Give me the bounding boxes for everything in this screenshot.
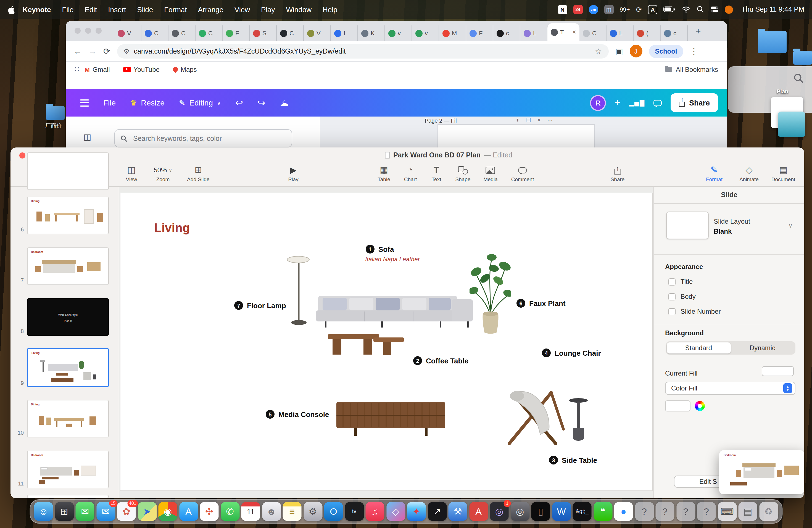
site-info-icon[interactable]: ⚙ [124,47,130,55]
page-tool-icon[interactable]: × [537,117,541,123]
floating-slide-preview[interactable]: Bedroom [719,450,804,494]
menubar-item[interactable]: Help [323,5,337,14]
dynamic-segment[interactable]: Dynamic [730,342,794,353]
bookmark-maps[interactable]: Maps [173,65,197,73]
canva-avatar[interactable]: R [590,95,606,111]
desktop-folder-icon[interactable] [793,51,812,64]
slide-layout-thumbnail[interactable] [666,211,709,239]
menubar-item[interactable]: Window [286,5,312,14]
apple-menu-icon[interactable] [8,5,15,14]
canva-resize-button[interactable]: ♛ Resize [130,98,164,107]
dock-icon[interactable]: ? [635,502,654,521]
dock-icon[interactable]: ⚒ [449,502,467,521]
canva-share-button[interactable]: Share [671,93,718,112]
dock-icon[interactable]: ☺ [34,502,53,521]
dock-icon[interactable]: ♻ [759,502,778,521]
browser-tab[interactable]: L [607,25,634,41]
dock-icon[interactable]: W [552,502,571,521]
color-well[interactable] [665,400,691,411]
bookmark-gmail[interactable]: M Gmail [85,65,110,73]
title-checkbox-row[interactable]: Title [668,278,693,285]
dock-icon[interactable]: ◉ [159,502,177,521]
background-segmented-control[interactable]: Standard Dynamic [666,341,795,355]
insights-chart-icon[interactable]: ▂▅▇ [629,99,645,106]
close-tab-icon[interactable]: × [572,28,576,36]
slide-thumbnail-10[interactable]: Dining [27,400,109,437]
dock-icon[interactable]: ✣ [200,502,219,521]
lounge-chair-image[interactable] [498,376,570,449]
address-bar[interactable]: ⚙ canva.com/design/DAGyqAkJX5s/F4ZcUDcdO… [117,44,608,58]
toolbar-media-button[interactable]: Media [483,165,498,182]
count-badge[interactable]: 99+ [620,6,630,13]
slide-thumbnail-6[interactable]: Dining [27,196,109,234]
send-to-device-icon[interactable]: ▣ [615,46,623,56]
menubar-clock[interactable]: Thu Sep 11 9:44 PM [742,5,804,13]
browser-tab[interactable]: C [195,25,222,41]
menubar-item[interactable]: Arrange [198,5,224,14]
dock-icon[interactable]: ◇ [387,502,405,521]
calendar-badge-icon[interactable]: 24 [573,5,582,14]
dock-icon[interactable]: ● [614,502,633,521]
wifi-icon[interactable] [682,6,691,13]
slide-thumbnail-partial[interactable] [27,495,109,498]
reload-button[interactable]: ⟳ [103,46,110,56]
desktop-folder-icon[interactable] [46,106,64,120]
body-checkbox-row[interactable]: Body [668,293,696,300]
slide-thumbnail-9-selected[interactable]: Living [27,348,109,387]
browser-tab[interactable]: C [141,25,169,41]
dock-icon[interactable]: ➤ [138,502,157,521]
dock-icon[interactable]: ≡ [283,502,302,521]
url-text[interactable]: canva.com/design/DAGyqAkJX5s/F4ZcUDcdOd6… [134,47,591,55]
browser-menu-icon[interactable]: ⋮ [690,46,698,56]
browser-tab-active[interactable]: T × [547,23,579,41]
browser-tab[interactable]: C [169,25,195,41]
dock-icon[interactable]: ♫ [366,502,385,521]
browser-tab[interactable]: C [579,25,607,41]
toolbar-shape-button[interactable]: Shape [455,165,470,182]
dock-icon[interactable]: A [469,502,488,521]
zoom-window-icon[interactable] [96,28,102,34]
browser-tab[interactable]: ( [634,25,661,41]
menubar-item[interactable]: Insert [108,5,126,14]
page-tool-icon[interactable]: ⋯ [547,117,553,123]
toolbar-play-button[interactable]: ▶Play [288,165,299,182]
menubar-item[interactable]: Format [164,5,187,14]
dock-icon[interactable]: O [324,502,343,521]
menubar-item[interactable]: Keynote [23,5,51,14]
slide-thumbnail-8[interactable]: Wabi Sabi Style Plan B [27,298,109,336]
slide-thumbnail-partial[interactable] [27,152,109,190]
panel-toggle-icon[interactable]: ◫ [83,132,91,142]
menubar-item[interactable]: Play [261,5,275,14]
comments-icon[interactable] [654,100,662,106]
slide-number-checkbox-row[interactable]: Slide Number [668,308,721,316]
user-avatar-icon[interactable] [725,5,733,14]
browser-tab[interactable]: F [466,25,493,41]
dock-icon[interactable]: ☻ [262,502,281,521]
redo-button[interactable]: ↪ [257,97,265,108]
menubar-item[interactable]: View [234,5,250,14]
add-member-button[interactable]: + [615,97,620,108]
faux-plant-image[interactable] [469,252,511,337]
menubar-item[interactable]: Slide [137,5,153,14]
unknown-menubar-icon[interactable]: ◫ [604,5,613,14]
callout-lounge-chair[interactable]: 4 Lounge Chair [542,349,601,357]
browser-tab[interactable]: V [114,25,141,41]
hamburger-menu-icon[interactable] [80,99,89,106]
callout-sofa[interactable]: 1 Sofa [366,245,394,253]
callout-floor-lamp[interactable]: 7 Floor Lamp [234,301,286,310]
toolbar-format-button[interactable]: ✎Format [706,165,723,182]
dock-icon[interactable]: ✆ [221,502,240,521]
menubar-item[interactable]: Edit [85,5,97,14]
profile-chip[interactable]: School [649,44,683,58]
canva-file-menu[interactable]: File [103,98,116,107]
canva-editing-dropdown[interactable]: ✎ Editing ∨ [179,98,221,107]
browser-tab[interactable]: M [439,25,466,41]
zoom-menubar-icon[interactable]: zm [589,5,598,14]
dock-icon[interactable]: ◎ [511,502,530,521]
toolbar-table-button[interactable]: ▦Table [378,165,390,182]
minimize-window-icon[interactable] [85,28,91,34]
toolbar-zoom-control[interactable]: 50%∨ Zoom [154,165,172,182]
toolbar-view-button[interactable]: ◫View [126,165,137,182]
dock-icon[interactable]: ↗ [428,502,447,521]
sync-icon[interactable]: ⟳ [636,5,642,14]
